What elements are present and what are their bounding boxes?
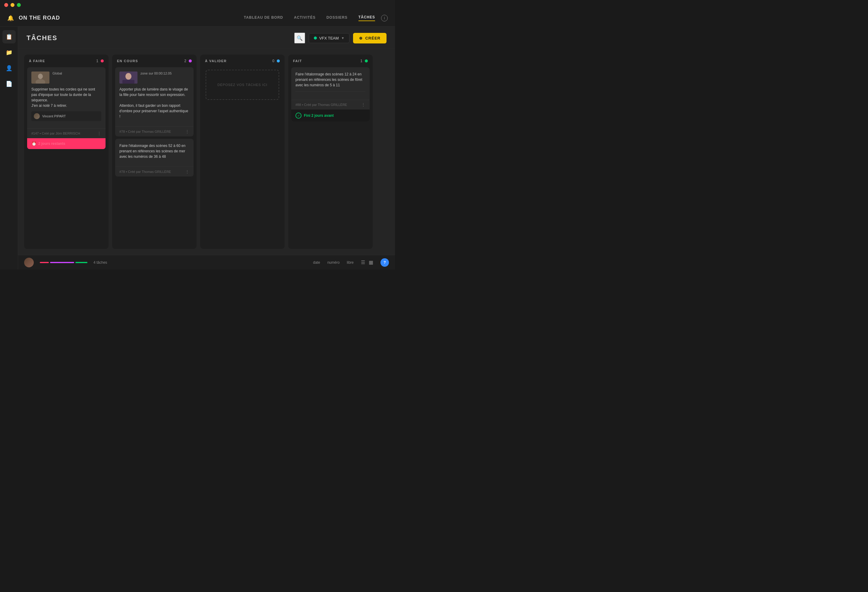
task-text: Apporter plus de lumière dans le visage … — [120, 87, 189, 119]
task-meta-text: #147 • Créé par Jörn BERRISCH — [31, 132, 80, 135]
task-more-button[interactable]: ⋮ — [361, 102, 365, 107]
nav-activites[interactable]: ACTIVITÉS — [294, 15, 316, 21]
list-view-icon[interactable]: ☰ — [361, 259, 365, 265]
task-card-inner: Global Supprimer toutes les cordes qui n… — [27, 67, 106, 128]
task-more-button[interactable]: ⋮ — [185, 129, 189, 134]
col-count-a-faire: 1 — [96, 59, 98, 63]
nav-tableau[interactable]: TABLEAU DE BORD — [244, 15, 283, 21]
view-icons: ☰ ▦ — [361, 259, 373, 265]
task-card[interactable]: Faire l'étalonnage des scènes 52 à 60 en… — [115, 139, 193, 176]
col-count-a-valider: 0 — [272, 59, 275, 63]
assignee-avatar — [34, 113, 40, 119]
column-en-cours: EN COURS 2 — [112, 55, 196, 249]
task-card-inner: zone sur 00:00:12.05 Apporter plus de lu… — [115, 67, 193, 126]
task-thumb-row: zone sur 00:00:12.05 — [120, 71, 189, 84]
done-check-icon: ✓ — [295, 112, 301, 118]
nav-taches[interactable]: TÂCHES — [359, 15, 375, 21]
sidebar-item-tasks[interactable]: 📋 — [2, 30, 16, 43]
task-meta: #147 • Créé par Jörn BERRISCH ⋮ — [27, 128, 106, 138]
bell-icon[interactable]: 🔔 — [7, 15, 14, 21]
sort-numero[interactable]: numéro — [328, 260, 340, 265]
create-icon: ⊕ — [359, 36, 363, 40]
task-thumbnail — [120, 71, 137, 84]
create-button[interactable]: ⊕ CRÉER — [353, 33, 387, 43]
thumb-person-img — [31, 71, 49, 84]
drop-text: DÉPOSEZ VOS TÂCHES ICI — [217, 83, 267, 87]
main-content: TÂCHES 🔍 VFX TEAM ▼ ⊕ CRÉER À FAIRE 1 — [18, 27, 395, 269]
task-count: 4 tâches — [93, 260, 107, 265]
task-more-button[interactable]: ⋮ — [185, 169, 189, 174]
minimize-button[interactable] — [10, 3, 15, 7]
bottom-bar: 4 tâches date numéro libre ☰ ▦ ? — [18, 255, 395, 269]
maximize-button[interactable] — [17, 3, 21, 7]
task-more-button[interactable]: ⋮ — [97, 131, 101, 136]
svg-point-4 — [125, 73, 131, 80]
team-label: VFX TEAM — [319, 36, 339, 40]
task-card-inner: Faire l'étalonnage des scènes 52 à 60 en… — [115, 139, 193, 167]
task-meta-text: #78 • Créé par Thomas GRILLÈRE — [120, 130, 171, 133]
main-nav: TABLEAU DE BORD ACTIVITÉS DOSSIERS TÂCHE… — [244, 15, 375, 21]
team-status-dot — [314, 37, 317, 40]
tasks-icon: 📋 — [6, 34, 12, 40]
drop-zone: DÉPOSEZ VOS TÂCHES ICI — [206, 70, 279, 100]
task-label: Global — [52, 71, 62, 75]
progress-bar-purple — [50, 262, 74, 263]
app-header: 🔔 ON THE ROAD TABLEAU DE BORD ACTIVITÉS … — [0, 10, 395, 27]
search-icon: 🔍 — [297, 35, 303, 41]
doc-icon: 📄 — [6, 81, 12, 87]
svg-point-1 — [38, 74, 43, 79]
app-layout: 📋 📁 👤 📄 TÂCHES 🔍 VFX TEAM ▼ ⊕ C — [0, 27, 395, 269]
done-footer: ✓ Fini 2 jours avant — [291, 110, 370, 121]
folder-icon: 📁 — [6, 49, 12, 56]
page-title: TÂCHES — [27, 34, 294, 42]
app-title: ON THE ROAD — [19, 15, 244, 21]
svg-rect-5 — [123, 80, 134, 84]
task-meta: #88 • Créé par Thomas GRILLÈRE ⋮ — [291, 99, 370, 110]
col-title-a-valider: À VALIDER — [205, 59, 270, 63]
col-count-fait: 1 — [360, 59, 362, 63]
team-selector[interactable]: VFX TEAM ▼ — [309, 33, 350, 43]
grid-view-icon[interactable]: ▦ — [369, 259, 373, 265]
help-button[interactable]: ? — [381, 258, 389, 267]
col-title-a-faire: À FAIRE — [29, 59, 94, 63]
user-icon: 👤 — [6, 65, 12, 71]
task-card[interactable]: Global Supprimer toutes les cordes qui n… — [27, 67, 106, 149]
sidebar-item-folders[interactable]: 📁 — [2, 46, 16, 59]
col-header-fait: FAIT 1 — [288, 55, 373, 66]
search-button[interactable]: 🔍 — [294, 33, 305, 43]
sidebar-item-users[interactable]: 👤 — [2, 62, 16, 75]
task-card[interactable]: zone sur 00:00:12.05 Apporter plus de lu… — [115, 67, 193, 136]
done-card-text: Faire l'étalonnage des scènes 12 à 24 en… — [295, 71, 365, 92]
progress-bars — [40, 262, 87, 263]
task-meta-text: #78 • Créé par Thomas GRILLÈRE — [120, 170, 171, 173]
close-button[interactable] — [4, 3, 8, 7]
col-header-a-valider: À VALIDER 0 — [200, 55, 285, 66]
col-dot-fait — [365, 59, 368, 62]
col-body-a-faire: Global Supprimer toutes les cordes qui n… — [24, 66, 109, 249]
task-meta-text: #88 • Créé par Thomas GRILLÈRE — [295, 103, 347, 107]
bottom-right: date numéro libre ☰ ▦ ? — [313, 258, 389, 267]
help-icon: ? — [384, 260, 386, 265]
task-thumb-row: Global — [31, 71, 101, 84]
col-body-en-cours: zone sur 00:00:12.05 Apporter plus de lu… — [112, 66, 196, 249]
task-meta: #78 • Créé par Thomas GRILLÈRE ⋮ — [115, 167, 193, 176]
info-button[interactable]: i — [381, 15, 388, 21]
col-header-en-cours: EN COURS 2 — [112, 55, 196, 66]
col-dot-a-valider — [277, 59, 280, 62]
task-deadline-text: 2 jours restants — [38, 142, 65, 146]
chevron-down-icon: ▼ — [341, 36, 345, 40]
sidebar-item-docs[interactable]: 📄 — [2, 77, 16, 90]
column-a-valider: À VALIDER 0 DÉPOSEZ VOS TÂCHES ICI — [200, 55, 285, 249]
sort-date[interactable]: date — [313, 260, 320, 265]
col-header-a-faire: À FAIRE 1 — [24, 55, 109, 66]
progress-bar-green — [75, 262, 87, 263]
create-label: CRÉER — [365, 36, 381, 40]
task-meta: #78 • Créé par Thomas GRILLÈRE ⋮ — [115, 126, 193, 136]
sort-libre[interactable]: libre — [347, 260, 354, 265]
task-card-done[interactable]: Faire l'étalonnage des scènes 12 à 24 en… — [291, 67, 370, 121]
kanban-board: À FAIRE 1 — [18, 49, 395, 255]
nav-dossiers[interactable]: DOSSIERS — [326, 15, 348, 21]
task-assignee: Vincent PIPART — [31, 111, 101, 121]
column-fait: FAIT 1 Faire l'étalonnage des scènes 12 … — [288, 55, 373, 249]
thumb-film-img — [120, 71, 137, 84]
